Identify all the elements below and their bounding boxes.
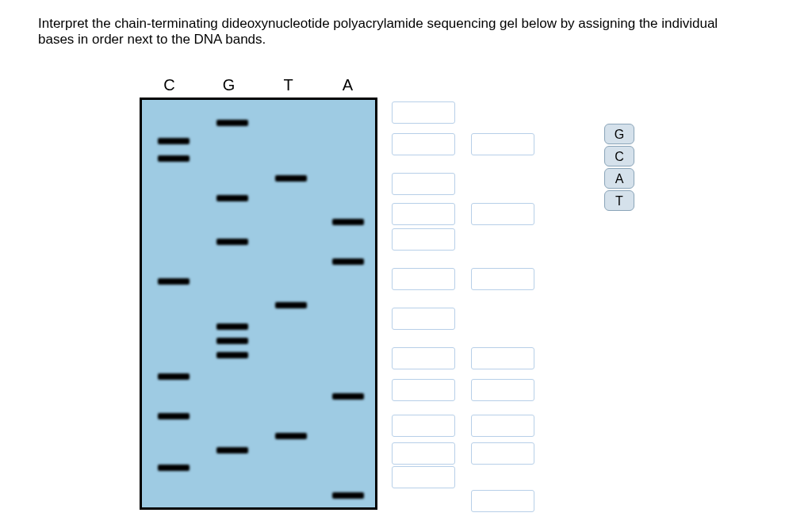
lane-label-g: G bbox=[199, 76, 259, 94]
gel-band bbox=[158, 278, 190, 285]
base-palette: G C A T bbox=[604, 124, 634, 211]
chip-a[interactable]: A bbox=[604, 168, 634, 189]
lane-label-c: C bbox=[140, 76, 199, 94]
gel-band bbox=[332, 219, 364, 225]
gel-band bbox=[216, 323, 248, 330]
gel-box bbox=[140, 98, 377, 510]
gel-band bbox=[158, 138, 190, 144]
gel-band bbox=[216, 239, 248, 245]
answer-slot[interactable] bbox=[471, 415, 534, 437]
gel-band bbox=[216, 120, 248, 126]
gel-band bbox=[216, 195, 248, 201]
gel-band bbox=[332, 393, 364, 400]
answer-slot[interactable] bbox=[471, 268, 534, 290]
chip-c[interactable]: C bbox=[604, 146, 634, 166]
answer-slot[interactable] bbox=[471, 133, 534, 155]
gel-wrapper: C G T A bbox=[140, 76, 377, 510]
gel-band bbox=[158, 373, 190, 380]
lane-labels-row: C G T A bbox=[140, 76, 377, 94]
gel-band bbox=[275, 433, 307, 439]
answer-slot[interactable] bbox=[471, 379, 534, 401]
answer-slot[interactable] bbox=[471, 442, 534, 465]
answer-slot[interactable] bbox=[392, 133, 455, 155]
gel-band bbox=[216, 352, 248, 358]
lane-label-t: T bbox=[259, 76, 318, 94]
gel-band bbox=[332, 258, 364, 265]
gel-band bbox=[216, 447, 248, 453]
gel-band bbox=[275, 175, 307, 182]
answer-slot[interactable] bbox=[392, 415, 455, 437]
answer-slot[interactable] bbox=[392, 347, 455, 369]
answer-slot[interactable] bbox=[392, 268, 455, 290]
answer-slot[interactable] bbox=[471, 490, 534, 512]
gel-band bbox=[275, 302, 307, 308]
chip-g[interactable]: G bbox=[604, 124, 634, 144]
answer-slot[interactable] bbox=[471, 347, 534, 369]
answer-slot[interactable] bbox=[392, 308, 455, 330]
gel-band bbox=[158, 155, 190, 162]
instruction-text: Interpret the chain-terminating dideoxyn… bbox=[38, 16, 752, 47]
chip-t[interactable]: T bbox=[604, 190, 634, 211]
answer-slot[interactable] bbox=[471, 203, 534, 225]
answer-slot[interactable] bbox=[392, 379, 455, 401]
gel-band bbox=[332, 492, 364, 499]
answer-slot[interactable] bbox=[392, 101, 455, 124]
answer-slot[interactable] bbox=[392, 203, 455, 225]
gel-band bbox=[216, 338, 248, 344]
answer-slot[interactable] bbox=[392, 466, 455, 488]
answer-slot[interactable] bbox=[392, 173, 455, 195]
answer-slot[interactable] bbox=[392, 228, 455, 251]
lane-label-a: A bbox=[318, 76, 377, 94]
gel-band bbox=[158, 465, 190, 471]
gel-band bbox=[158, 413, 190, 419]
answer-slot[interactable] bbox=[392, 442, 455, 465]
